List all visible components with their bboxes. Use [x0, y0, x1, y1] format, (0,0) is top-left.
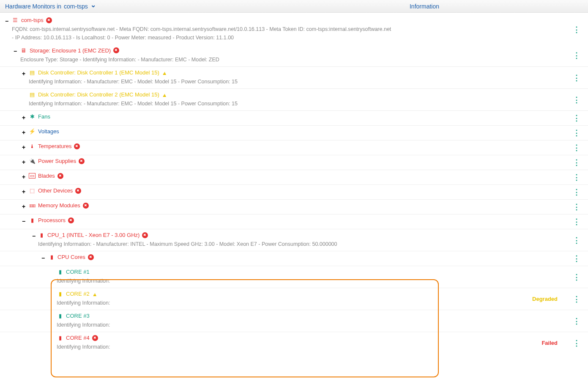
tree-node-label[interactable]: Disk Controller: Disk Controller 2 (EMC …	[38, 91, 159, 98]
kebab-menu-icon[interactable]: ⋮	[565, 158, 588, 167]
expander-icon[interactable]: −	[4, 18, 9, 25]
tree-node-meta: Identifying Information:	[57, 277, 437, 285]
tree-node-meta: Identifying Information:	[57, 299, 437, 307]
header-title-prefix: Hardware Monitors in	[5, 3, 61, 10]
hardware-tree: −com-tspsFQDN: com-tsps.internal.sentrys…	[0, 13, 588, 354]
tree-row-voltages[interactable]: +Voltages⋮	[0, 126, 588, 140]
tree-node-label[interactable]: Storage: Enclosure 1 (EMC ZED)	[30, 47, 111, 54]
tree-row-host[interactable]: −com-tspsFQDN: com-tsps.internal.sentrys…	[0, 14, 588, 44]
kebab-menu-icon[interactable]: ⋮	[565, 113, 588, 123]
tree-row-other[interactable]: +Other Devices⋮	[0, 185, 588, 200]
tree-row-core3[interactable]: CORE #3Identifying Information:⋮	[0, 310, 588, 332]
expander-icon[interactable]: +	[21, 114, 26, 121]
status-error-icon	[79, 158, 85, 164]
tree-node-label[interactable]: Memory Modules	[38, 202, 80, 209]
chevron-down-icon[interactable]	[90, 2, 96, 10]
expander-icon[interactable]: −	[13, 48, 18, 55]
expander-icon[interactable]: +	[21, 203, 26, 210]
kebab-menu-icon[interactable]: ⋮	[565, 25, 588, 34]
tree-node-label[interactable]: Blades	[38, 173, 55, 179]
hdd-icon	[29, 69, 36, 76]
tree-node-meta: Identifying Information: - Manufacturer:…	[29, 77, 409, 86]
tree-node-label[interactable]: CORE #4	[66, 335, 90, 341]
tree-node-label[interactable]: CORE #1	[66, 269, 90, 275]
header-bar: Hardware Monitors in com-tsps Informatio…	[0, 0, 588, 13]
tree-node-label[interactable]: CPU Cores	[57, 254, 85, 260]
cluster-icon	[29, 187, 36, 194]
tree-row-dc1[interactable]: +Disk Controller: Disk Controller 1 (EMC…	[0, 67, 588, 89]
chip-icon	[57, 335, 63, 341]
header-host: com-tsps	[64, 3, 88, 10]
expander-icon[interactable]: +	[21, 144, 26, 151]
tree-node-meta: Enclosure Type: Storage - Identifying In…	[20, 55, 401, 64]
tree-node-label[interactable]: Power Supplies	[38, 158, 76, 164]
kebab-menu-icon[interactable]: ⋮	[565, 128, 588, 138]
tree-node-label[interactable]: Voltages	[38, 128, 59, 135]
tree-row-fans[interactable]: +Fans⋮	[0, 111, 588, 126]
tree-row-temps[interactable]: +Temperatures⋮	[0, 140, 588, 155]
kebab-menu-icon[interactable]: ⋮	[565, 187, 588, 197]
status-text: Degraded	[519, 296, 565, 302]
tree-node-label[interactable]: Processors	[38, 217, 66, 223]
kebab-menu-icon[interactable]: ⋮	[565, 51, 588, 60]
tree-node-label[interactable]: Other Devices	[38, 187, 73, 194]
memory-icon	[29, 204, 36, 208]
tree-row-cpu1[interactable]: −CPU_1 (INTEL - Xeon E7 - 3.00 GHz)Ident…	[0, 229, 588, 251]
status-error-icon	[68, 217, 74, 223]
thermo-icon	[29, 143, 36, 149]
expander-icon[interactable]: +	[21, 159, 26, 165]
blade-icon	[29, 173, 36, 179]
kebab-menu-icon[interactable]: ⋮	[565, 95, 588, 104]
expander-icon[interactable]: +	[21, 173, 26, 180]
kebab-menu-icon[interactable]: ⋮	[565, 236, 588, 245]
kebab-menu-icon[interactable]: ⋮	[565, 254, 588, 263]
expander-icon[interactable]: +	[21, 70, 26, 77]
tree-row-dc2[interactable]: Disk Controller: Disk Controller 2 (EMC …	[0, 89, 588, 111]
kebab-menu-icon[interactable]: ⋮	[565, 272, 588, 282]
status-error-icon	[46, 17, 52, 23]
kebab-menu-icon[interactable]: ⋮	[565, 173, 588, 182]
tree-row-enclosure1[interactable]: −Storage: Enclosure 1 (EMC ZED)Enclosure…	[0, 44, 588, 67]
kebab-menu-icon[interactable]: ⋮	[565, 338, 588, 348]
kebab-menu-icon[interactable]: ⋮	[565, 73, 588, 82]
tree-row-psu[interactable]: +Power Supplies⋮	[0, 155, 588, 170]
tree-row-cores[interactable]: −CPU Cores⋮	[0, 251, 588, 266]
tree-row-mem[interactable]: +Memory Modules⋮	[0, 200, 588, 214]
tree-row-core1[interactable]: CORE #1Identifying Information:⋮	[0, 266, 588, 288]
tree-node-label[interactable]: Temperatures	[38, 143, 71, 149]
bolt-icon	[29, 128, 36, 135]
header-title[interactable]: Hardware Monitors in com-tsps	[5, 2, 96, 10]
tree-node-label[interactable]: com-tsps	[21, 17, 44, 23]
tree-row-blades[interactable]: +Blades⋮	[0, 170, 588, 185]
kebab-menu-icon[interactable]: ⋮	[565, 143, 588, 152]
status-text: Failed	[519, 340, 565, 346]
status-warning-icon	[162, 69, 167, 76]
info-tab[interactable]: Information	[410, 3, 439, 10]
expander-icon[interactable]: −	[31, 233, 36, 239]
plug-icon	[29, 158, 36, 164]
tree-node-meta: Identifying Information: - Manufacturer:…	[38, 240, 418, 248]
status-error-icon	[75, 188, 81, 194]
expander-icon[interactable]: +	[21, 129, 26, 136]
kebab-menu-icon[interactable]: ⋮	[565, 202, 588, 212]
kebab-menu-icon[interactable]: ⋮	[565, 294, 588, 304]
tree-node-label[interactable]: CPU_1 (INTEL - Xeon E7 - 3.00 GHz)	[47, 232, 139, 238]
tree-node-label[interactable]: CORE #3	[66, 313, 90, 319]
tree-node-label[interactable]: Fans	[38, 113, 50, 120]
status-error-icon	[88, 254, 94, 260]
chip-icon	[29, 217, 36, 223]
tree-node-label[interactable]: Disk Controller: Disk Controller 1 (EMC …	[38, 69, 159, 76]
expander-icon[interactable]: −	[41, 255, 46, 261]
expander-icon[interactable]: −	[21, 218, 26, 225]
hdd-icon	[29, 91, 36, 98]
tree-node-label[interactable]: CORE #2	[66, 291, 90, 297]
expander-icon[interactable]: +	[21, 188, 26, 195]
status-warning-icon	[92, 291, 98, 297]
tree-row-core2[interactable]: CORE #2Identifying Information:Degraded⋮	[0, 288, 588, 310]
tree-row-core4[interactable]: CORE #4Identifying Information:Failed⋮	[0, 332, 588, 354]
chip-icon	[57, 313, 63, 319]
kebab-menu-icon[interactable]: ⋮	[565, 316, 588, 326]
status-error-icon	[142, 232, 148, 238]
tree-row-procs[interactable]: −Processors⋮	[0, 214, 588, 229]
kebab-menu-icon[interactable]: ⋮	[565, 217, 588, 226]
